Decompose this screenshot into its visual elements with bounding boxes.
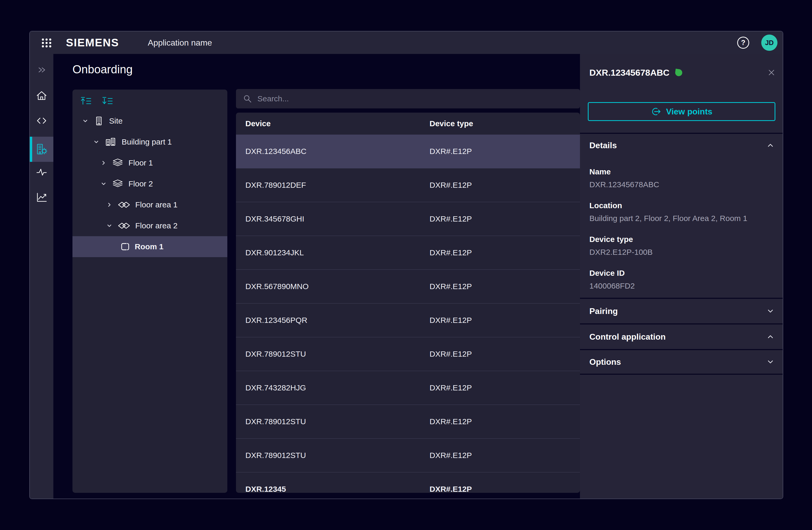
section-label: Pairing [589, 306, 618, 316]
device-type-cell: DXR#.E12P [430, 451, 580, 460]
device-cell: DXR.743282HJG [245, 383, 430, 392]
search-bar [236, 89, 580, 108]
section-pairing[interactable]: Pairing [580, 298, 783, 323]
table-row[interactable]: DXR.12345DXR#.E12P [236, 472, 580, 493]
chevron-right-icon[interactable] [100, 159, 107, 166]
view-points-label: View points [666, 107, 712, 116]
page-title: Onboarding [72, 63, 133, 76]
tree-item-label: Floor area 2 [135, 221, 178, 230]
tree-item-floor-area-2[interactable]: Floor area 2 [72, 215, 227, 236]
section-label: Control application [589, 332, 666, 342]
code-icon[interactable] [30, 113, 53, 128]
device-type-cell: DXR#.E12P [430, 181, 580, 190]
tree-item-label: Building part 1 [122, 138, 172, 147]
column-header-device-type[interactable]: Device type [430, 119, 580, 128]
table-row[interactable]: DXR.123456ABCDXR#.E12P [236, 135, 580, 168]
field-device-type: Device type DXR2.E12P-100B [589, 234, 774, 257]
tree-item-building-part-1[interactable]: Building part 1 [72, 131, 227, 152]
help-icon[interactable]: ? [737, 37, 749, 49]
device-type-cell: DXR#.E12P [430, 350, 580, 359]
tree-item-floor-area-1[interactable]: Floor area 1 [72, 194, 227, 215]
device-type-cell: DXR#.E12P [430, 485, 580, 493]
chevron-up-icon [767, 143, 774, 148]
table-header: Device Device type [236, 113, 580, 135]
field-label: Name [589, 167, 774, 177]
chart-icon[interactable] [30, 190, 53, 205]
table-row[interactable]: DXR.567890MNODXR#.E12P [236, 270, 580, 304]
chevron-up-icon [767, 334, 774, 339]
header-actions: ? JD [737, 34, 778, 51]
section-label: Options [589, 357, 621, 367]
field-location: Location Building part 2, Floor 2, Floor… [589, 200, 774, 224]
chevron-down-icon[interactable] [106, 222, 113, 229]
device-cell: DXR.567890MNO [245, 282, 430, 291]
building-part-icon [105, 137, 116, 147]
device-cell: DXR.345678GHI [245, 214, 430, 223]
search-input[interactable] [257, 94, 573, 103]
screen: { "header": { "brand": "SIEMENS", "app_n… [0, 0, 812, 530]
chevron-down-icon [767, 359, 774, 364]
table-row[interactable]: DXR.789012STUDXR#.E12P [236, 337, 580, 371]
chevron-down-icon[interactable] [100, 180, 107, 187]
drawer-accordion: Pairing Control application Options [580, 298, 783, 375]
tree-item-label: Site [109, 116, 123, 125]
expand-all-icon[interactable] [102, 96, 113, 106]
application-name: Application name [148, 38, 212, 48]
tree-item-room-1[interactable]: Room 1 [72, 236, 227, 257]
tree-item-label: Floor 2 [128, 179, 153, 188]
device-type-cell: DXR#.E12P [430, 417, 580, 426]
field-label: Device type [589, 234, 774, 245]
tree-item-label: Room 1 [135, 242, 163, 251]
field-label: Location [589, 200, 774, 211]
device-type-cell: DXR#.E12P [430, 282, 580, 291]
expand-rail-icon[interactable] [30, 62, 53, 78]
home-icon[interactable] [30, 88, 53, 103]
section-details[interactable]: Details [589, 137, 774, 154]
avatar[interactable]: JD [761, 34, 778, 51]
tree-item-site[interactable]: Site [72, 111, 227, 131]
chevron-down-icon[interactable] [93, 139, 100, 145]
floor-area-icon [118, 222, 130, 229]
location-tree-panel: Site Building part 1 Floor 1 Floor 2 [72, 89, 227, 493]
top-header: SIEMENS Application name ? JD [30, 31, 783, 54]
leaf-status-icon [675, 69, 682, 76]
device-type-cell: DXR#.E12P [430, 248, 580, 257]
device-cell: DXR.901234JKL [245, 248, 430, 257]
device-cell: DXR.123456PQR [245, 316, 430, 325]
device-type-cell: DXR#.E12P [430, 214, 580, 223]
table-row[interactable]: DXR.789012STUDXR#.E12P [236, 438, 580, 472]
device-cell: DXR.789012STU [245, 350, 430, 359]
chevron-down-icon[interactable] [82, 117, 89, 124]
tree-toolbar [72, 89, 227, 111]
device-cell: DXR.789012STU [245, 417, 430, 426]
collapse-all-icon[interactable] [80, 96, 92, 106]
column-header-device[interactable]: Device [245, 119, 430, 128]
room-icon [120, 242, 130, 251]
table-row[interactable]: DXR.789012STUDXR#.E12P [236, 405, 580, 438]
device-detail-drawer: DXR.12345678ABC View points Details Name… [580, 54, 783, 499]
table-row[interactable]: DXR.789012DEFDXR#.E12P [236, 168, 580, 202]
table-row[interactable]: DXR.345678GHIDXR#.E12P [236, 202, 580, 236]
device-cell: DXR.789012STU [245, 451, 430, 460]
device-type-cell: DXR#.E12P [430, 316, 580, 325]
tree-item-floor-1[interactable]: Floor 1 [72, 152, 227, 173]
chevron-right-icon[interactable] [106, 201, 113, 208]
table-row[interactable]: DXR.123456PQRDXR#.E12P [236, 304, 580, 337]
close-icon[interactable] [767, 68, 776, 77]
view-points-button[interactable]: View points [588, 102, 775, 121]
field-device-id: Device ID 1400068FD2 [589, 268, 774, 291]
tree-item-floor-2[interactable]: Floor 2 [72, 173, 227, 194]
activity-icon[interactable] [30, 165, 53, 180]
section-options[interactable]: Options [580, 349, 783, 375]
field-value: DXR2.E12P-100B [589, 247, 774, 257]
tree-item-label: Floor 1 [128, 158, 153, 167]
onboarding-nav-icon[interactable] [30, 137, 53, 162]
app-launcher-icon[interactable] [40, 37, 53, 49]
table-row[interactable]: DXR.743282HJGDXR#.E12P [236, 371, 580, 405]
field-value: DXR.12345678ABC [589, 179, 774, 190]
section-control-application[interactable]: Control application [580, 323, 783, 349]
device-type-cell: DXR#.E12P [430, 383, 580, 392]
table-row[interactable]: DXR.901234JKLDXR#.E12P [236, 236, 580, 270]
section-label: Details [589, 141, 617, 150]
field-value: 1400068FD2 [589, 281, 774, 291]
